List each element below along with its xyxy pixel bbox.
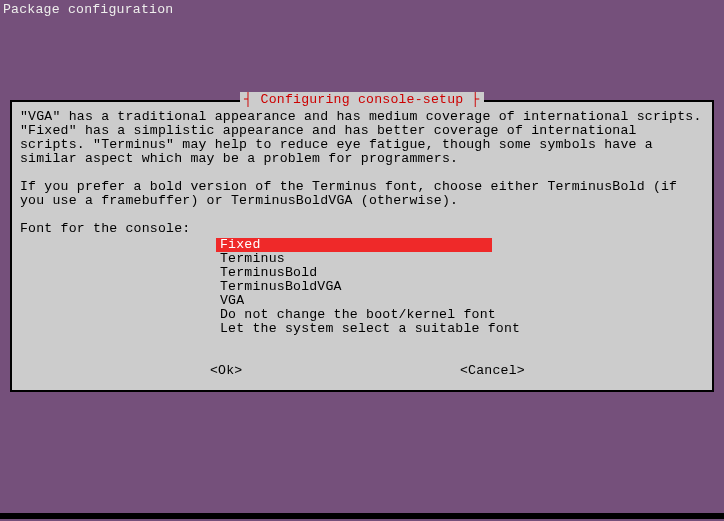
option-terminus[interactable]: Terminus	[216, 252, 492, 266]
page-title: Package configuration	[3, 3, 173, 17]
option-do-not-change[interactable]: Do not change the boot/kernel font	[216, 308, 492, 322]
title-decor-left: ┤	[244, 92, 260, 107]
dialog-nav: <Ok> <Cancel>	[20, 364, 704, 380]
option-terminusboldvga[interactable]: TerminusBoldVGA	[216, 280, 492, 294]
option-fixed[interactable]: Fixed	[216, 238, 492, 252]
dialog-box: ┤ Configuring console-setup ├ "VGA" has …	[10, 100, 714, 392]
prompt-label: Font for the console:	[20, 222, 704, 236]
cancel-button[interactable]: <Cancel>	[460, 364, 525, 378]
description-paragraph-1: "VGA" has a traditional appearance and h…	[20, 110, 704, 166]
screen-bottom-bar	[0, 513, 724, 519]
dialog-title-text: Configuring console-setup	[261, 92, 464, 107]
title-decor-right: ├	[463, 92, 479, 107]
ok-button[interactable]: <Ok>	[210, 364, 242, 378]
dialog-title-bar: ┤ Configuring console-setup ├	[12, 93, 712, 107]
option-system-select[interactable]: Let the system select a suitable font	[216, 322, 492, 336]
terminal-screen: Package configuration ┤ Configuring cons…	[0, 0, 724, 521]
dialog-title: ┤ Configuring console-setup ├	[240, 92, 483, 107]
option-vga[interactable]: VGA	[216, 294, 492, 308]
description-paragraph-2: If you prefer a bold version of the Term…	[20, 180, 704, 208]
font-options-list[interactable]: Fixed Terminus TerminusBold TerminusBold…	[216, 238, 492, 336]
option-terminusbold[interactable]: TerminusBold	[216, 266, 492, 280]
